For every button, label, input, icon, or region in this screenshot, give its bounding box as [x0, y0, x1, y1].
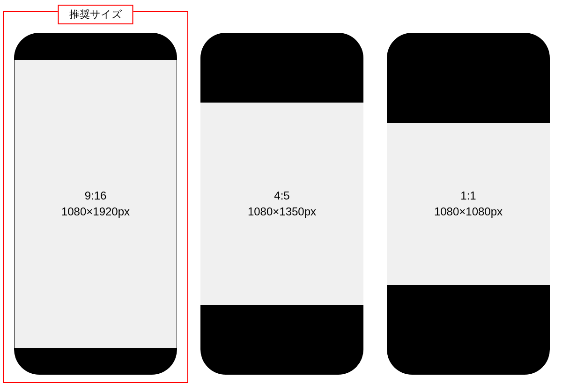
pixel-dimensions-label: 1080×1920px — [61, 204, 130, 220]
pixel-dimensions-label: 1080×1350px — [248, 204, 316, 220]
aspect-ratio-label: 9:16 — [85, 188, 107, 204]
phone-mockup-4-5: 4:5 1080×1350px — [200, 33, 363, 375]
screen-content-4-5: 4:5 1080×1350px — [200, 103, 363, 305]
size-comparison-row: 9:16 1080×1920px 4:5 1080×1350px 1:1 108… — [0, 0, 562, 392]
screen-content-1-1: 1:1 1080×1080px — [387, 123, 550, 285]
screen-content-9-16: 9:16 1080×1920px — [14, 60, 177, 348]
aspect-ratio-label: 4:5 — [274, 188, 289, 204]
phone-mockup-9-16: 9:16 1080×1920px — [14, 33, 177, 375]
pixel-dimensions-label: 1080×1080px — [434, 204, 503, 220]
aspect-ratio-label: 1:1 — [460, 188, 476, 204]
phone-mockup-1-1: 1:1 1080×1080px — [387, 33, 550, 375]
